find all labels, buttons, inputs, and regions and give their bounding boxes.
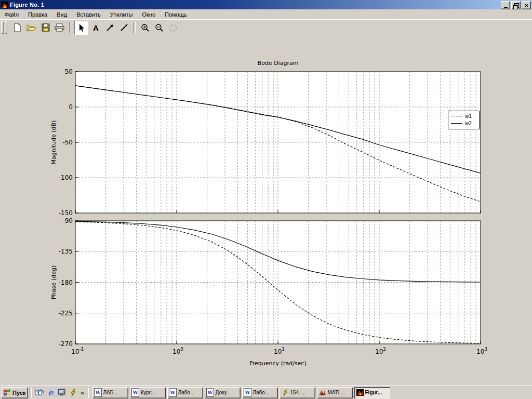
menu-insert[interactable]: Вставить bbox=[72, 10, 105, 19]
zoom-in-button[interactable] bbox=[139, 21, 152, 34]
cursor-arrow-icon bbox=[78, 23, 85, 32]
x-tick-label: 10-1 bbox=[71, 347, 84, 355]
task-button-figure-active[interactable]: Figur... bbox=[354, 387, 390, 398]
matlab-figure-app-icon bbox=[1, 2, 8, 8]
matlab-figure-icon bbox=[356, 389, 364, 397]
menu-bar: Файл Правка Вид Вставить Утилиты Окно По… bbox=[0, 9, 532, 20]
minimize-icon bbox=[504, 7, 508, 8]
arrow-annotation-icon bbox=[106, 23, 114, 32]
toolbar-separator bbox=[69, 22, 71, 33]
bode-diagram-plot: 500-50-100-150Magnitude (dB)Bode Diagram… bbox=[0, 35, 532, 385]
zoom-in-icon bbox=[141, 23, 150, 32]
save-figure-button[interactable] bbox=[39, 21, 52, 34]
figure-canvas: 500-50-100-150Magnitude (dB)Bode Diagram… bbox=[0, 35, 532, 385]
menu-file[interactable]: Файл bbox=[0, 10, 23, 19]
menu-window[interactable]: Окно bbox=[137, 10, 160, 19]
outlook-express-icon[interactable] bbox=[34, 388, 44, 397]
open-folder-icon bbox=[26, 23, 36, 32]
task-button-matlab[interactable]: MATL... bbox=[317, 387, 353, 398]
desktop-screen: Figure No. 1 × Файл Правка Вид Вставить … bbox=[0, 0, 532, 399]
word-document-icon: W bbox=[94, 389, 102, 397]
windows-logo-icon bbox=[4, 389, 11, 396]
quick-launch: e » bbox=[34, 388, 84, 397]
y-tick-label: 0 bbox=[69, 103, 73, 111]
zoom-out-button[interactable] bbox=[153, 21, 166, 34]
toolbar-grip[interactable] bbox=[5, 21, 7, 34]
printer-icon bbox=[55, 23, 64, 32]
close-button[interactable]: × bbox=[522, 1, 531, 9]
word-document-icon: W bbox=[206, 389, 215, 397]
floppy-disk-icon bbox=[42, 23, 50, 32]
y-tick-label: -150 bbox=[59, 209, 73, 217]
chart-title: Bode Diagram bbox=[258, 60, 299, 66]
task-button-word-doc-5[interactable]: W Лабо... bbox=[242, 387, 278, 398]
word-document-icon: W bbox=[244, 389, 252, 397]
task-button-154[interactable]: 154. ... bbox=[280, 387, 315, 398]
new-figure-button[interactable] bbox=[11, 21, 24, 34]
task-label: Figur... bbox=[365, 390, 382, 395]
new-document-icon bbox=[14, 23, 22, 32]
start-label: Пуск bbox=[12, 390, 25, 396]
window-title: Figure No. 1 bbox=[10, 2, 44, 8]
legend-label: w1 bbox=[465, 113, 472, 119]
solid-line-sample bbox=[451, 123, 462, 124]
task-button-word-doc-2[interactable]: W Курс... bbox=[130, 387, 166, 398]
y-tick-label: -50 bbox=[62, 139, 73, 146]
y-tick-label: -225 bbox=[59, 310, 73, 317]
quick-launch-overflow-chevron[interactable]: » bbox=[81, 390, 84, 396]
y-tick-label: -100 bbox=[59, 174, 73, 181]
task-button-word-doc-4[interactable]: W Доку... bbox=[205, 387, 241, 398]
show-desktop-icon[interactable] bbox=[57, 388, 66, 397]
task-buttons: W ЛАБ... W Курс... W Лабо... W Доку... W… bbox=[92, 387, 390, 398]
task-label: 154. ... bbox=[290, 390, 307, 395]
restore-button[interactable] bbox=[511, 1, 521, 9]
add-line-button[interactable] bbox=[117, 21, 130, 34]
lightning-file-icon bbox=[281, 389, 289, 397]
open-file-button[interactable] bbox=[25, 21, 38, 34]
pointer-tool-button[interactable] bbox=[74, 21, 88, 35]
print-figure-button[interactable] bbox=[53, 21, 66, 34]
close-icon: × bbox=[524, 3, 528, 8]
y-tick-label: -135 bbox=[59, 248, 73, 255]
add-text-button[interactable]: A bbox=[89, 21, 102, 34]
rotate-3d-button[interactable] bbox=[167, 21, 180, 34]
menu-view[interactable]: Вид bbox=[52, 10, 72, 19]
task-button-word-doc-3[interactable]: W Лабо... bbox=[167, 387, 203, 398]
y-axis-label: Magnitude (dB) bbox=[50, 121, 57, 165]
x-tick-label: 101 bbox=[274, 347, 285, 355]
legend-entry-w1: w1 bbox=[448, 112, 479, 119]
taskbar-divider bbox=[87, 388, 89, 398]
toolbar-grip[interactable] bbox=[1, 21, 4, 34]
figure-toolbar: A bbox=[0, 19, 532, 36]
menu-help[interactable]: Помощь bbox=[160, 10, 192, 19]
line-annotation-icon bbox=[120, 23, 128, 32]
y-tick-label: -90 bbox=[62, 217, 73, 224]
taskbar: Пуск e bbox=[0, 385, 532, 399]
task-label: Курс... bbox=[141, 390, 156, 395]
text-tool-icon: A bbox=[93, 23, 99, 32]
menu-edit[interactable]: Правка bbox=[23, 10, 52, 19]
internet-explorer-icon[interactable]: e bbox=[46, 388, 55, 397]
task-label: Доку... bbox=[216, 390, 231, 395]
x-tick-label: 100 bbox=[172, 347, 183, 355]
x-tick-label: 102 bbox=[375, 347, 386, 355]
task-label: Лабо... bbox=[178, 390, 195, 395]
launcher-lightning-icon[interactable] bbox=[69, 388, 78, 397]
task-label: Лабо... bbox=[253, 390, 270, 395]
menu-tools[interactable]: Утилиты bbox=[105, 10, 138, 19]
x-axis-label: Frequency (rad/sec) bbox=[249, 360, 306, 367]
legend-entry-w2: w2 bbox=[448, 119, 479, 127]
task-button-word-doc-1[interactable]: W ЛАБ... bbox=[92, 387, 128, 398]
x-tick-label: 103 bbox=[476, 347, 487, 355]
plot-legend[interactable]: w1 w2 bbox=[448, 111, 480, 129]
taskbar-divider bbox=[30, 388, 32, 398]
window-titlebar: Figure No. 1 × bbox=[0, 0, 532, 9]
y-axis-label: Phase (deg) bbox=[50, 265, 57, 300]
legend-label: w2 bbox=[465, 121, 472, 126]
zoom-out-icon bbox=[155, 23, 164, 32]
add-arrow-button[interactable] bbox=[103, 21, 116, 34]
task-label: MATL... bbox=[328, 390, 345, 395]
start-button[interactable]: Пуск bbox=[1, 387, 28, 398]
minimize-button[interactable] bbox=[501, 1, 510, 9]
y-tick-label: -270 bbox=[59, 340, 73, 348]
